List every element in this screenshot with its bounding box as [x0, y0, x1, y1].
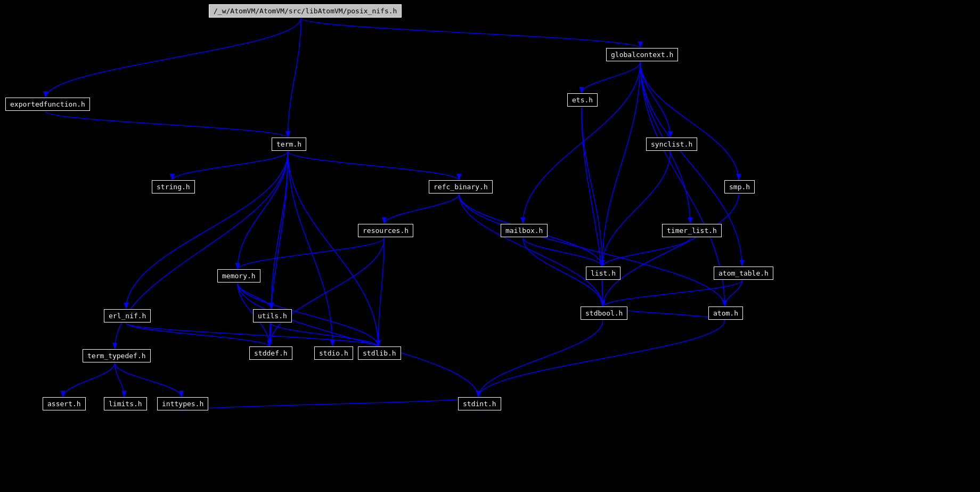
- node-inttypes: inttypes.h: [157, 397, 208, 410]
- node-posix_nifs: /_w/AtomVM/AtomVM/src/libAtomVM/posix_ni…: [209, 4, 402, 18]
- node-erl_nif: erl_nif.h: [104, 309, 151, 322]
- node-timer_list: timer_list.h: [662, 224, 722, 237]
- node-list: list.h: [586, 267, 620, 280]
- node-stdbool: stdbool.h: [581, 307, 627, 320]
- node-stdint: stdint.h: [458, 397, 501, 410]
- node-term: term.h: [272, 138, 306, 151]
- node-exportedfunction: exportedfunction.h: [5, 98, 90, 111]
- node-atom: atom.h: [708, 307, 743, 320]
- node-string: string.h: [152, 180, 195, 193]
- node-assert: assert.h: [43, 397, 86, 410]
- node-resources: resources.h: [358, 224, 413, 237]
- node-atom_table: atom_table.h: [714, 267, 773, 280]
- node-limits: limits.h: [104, 397, 147, 410]
- graph-container: /_w/AtomVM/AtomVM/src/libAtomVM/posix_ni…: [0, 0, 980, 492]
- node-refc_binary: refc_binary.h: [429, 180, 493, 193]
- node-mailbox: mailbox.h: [501, 224, 548, 237]
- node-globalcontext: globalcontext.h: [606, 48, 678, 61]
- node-smp: smp.h: [724, 180, 755, 193]
- node-stdlib: stdlib.h: [358, 346, 401, 360]
- node-synclist: synclist.h: [646, 138, 697, 151]
- node-stddef: stddef.h: [249, 346, 292, 360]
- node-term_typedef: term_typedef.h: [83, 349, 151, 362]
- node-memory: memory.h: [217, 269, 260, 283]
- graph-svg: [0, 0, 980, 492]
- node-utils: utils.h: [253, 309, 292, 322]
- node-stdio: stdio.h: [314, 346, 353, 360]
- node-ets: ets.h: [567, 93, 598, 107]
